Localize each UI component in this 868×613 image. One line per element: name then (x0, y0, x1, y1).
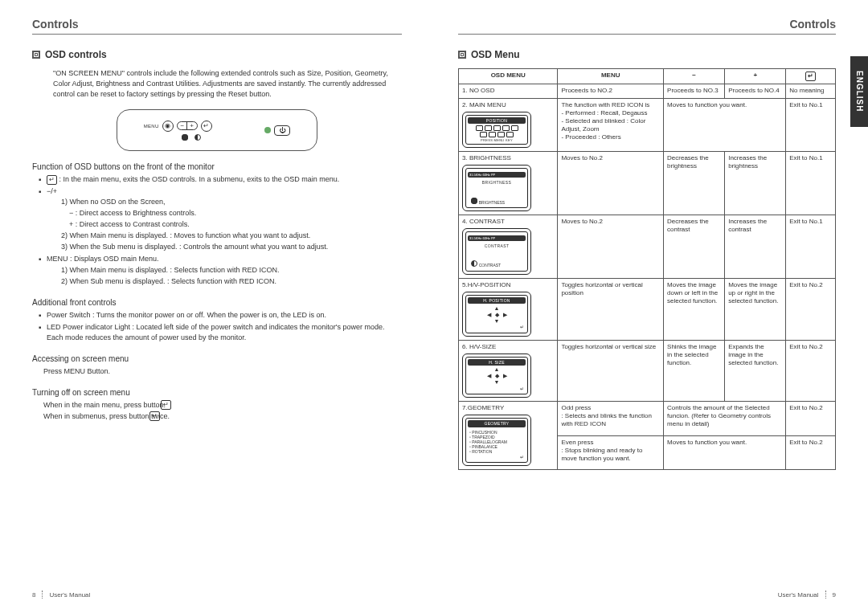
plus-cell: Moves the image up or right in the selec… (725, 278, 786, 340)
square-icon (32, 51, 40, 59)
enter-button-icon: ↵ (201, 121, 212, 132)
menu-cell: Moves to No.2 (558, 152, 664, 215)
left-page-number: 8 (32, 591, 35, 599)
osd-controls-heading-text: OSD controls (45, 49, 107, 60)
left-footer-text: User's Manual (49, 591, 90, 599)
exit-cell: Exit to No.2 (786, 278, 836, 340)
exit-cell: Exit to No.2 (786, 435, 836, 469)
running-head-right: Controls (458, 18, 836, 35)
table-row: 2. MAIN MENU POSITION PRESS MENU KEY The… (459, 99, 836, 152)
osd-menu-table: OSD MENU MENU − + ↵ 1. NO OSDProceeds to… (458, 68, 836, 470)
power-button-icon: ⏻ (274, 125, 290, 136)
osd-cell: 3. BRIGHTNESS 31.5KHz 60Hz PP BRIGHTNESS… (459, 152, 558, 215)
pm-line-1a: − : Direct access to Brightness controls… (61, 208, 402, 219)
minus-cell: Decreases the brightness (664, 152, 725, 215)
language-tab: ENGLISH (850, 56, 868, 127)
osd-cell: 6. H/V-SIZE H. SIZE ▲ ◀◆▶ ▼ ↵ (459, 340, 558, 402)
osd-menu-heading-text: OSD Menu (471, 49, 520, 60)
enter-icon: ↵ (805, 72, 816, 81)
pm-line-2: 2) When Main menu is displayed. : Moves … (61, 231, 402, 241)
menu-bullet-head: MENU : Displays OSD main Menu. (47, 255, 159, 263)
brightness-figure: 31.5KHz 60Hz PP BRIGHTNESS BRIGHTNESS (462, 165, 531, 211)
th-menu: MENU (558, 69, 664, 84)
position-figure: H. SIZE ▲ ◀◆▶ ▼ ↵ (462, 353, 531, 398)
plus-minus-bullet: −/+ 1) When no OSD on the Screen, − : Di… (39, 186, 402, 252)
turning-off-line-2: When in submenus, press button twice.↵ (43, 411, 402, 422)
geometry-figure: GEOMETRY ▫ PINCUSHION▫ TRAPEZOID▫ PARALL… (462, 415, 531, 466)
osd-cell: 7.GEOMETRY GEOMETRY ▫ PINCUSHION▫ TRAPEZ… (459, 402, 558, 470)
exit-cell: Exit to No.1 (786, 152, 836, 215)
left-footer: 8 User's Manual (32, 591, 90, 599)
menu-button-label: MENU (144, 124, 159, 129)
th-plus: + (725, 69, 786, 84)
exit-cell: Exit to No.2 (786, 402, 836, 435)
minus-cell: Proceeds to NO.3 (664, 84, 725, 99)
plus-cell: Proceeds to NO.4 (725, 84, 786, 99)
main-menu-figure: POSITION PRESS MENU KEY (462, 112, 531, 148)
osd-cell: 2. MAIN MENU POSITION PRESS MENU KEY (459, 99, 558, 152)
osd-cell: 5.H/V-POSITION H. POSITION ▲ ◀◆▶ ▼ ↵ (459, 278, 558, 340)
exit-cell: No meaning (786, 84, 836, 99)
power-switch-bullet: Power Switch : Turns the monitor power o… (39, 310, 402, 321)
minus-plus-cell: Moves to function you want. (664, 435, 786, 469)
table-row: 6. H/V-SIZE H. SIZE ▲ ◀◆▶ ▼ ↵ Toggles ho… (459, 340, 836, 402)
enter-icon: ↵ (47, 175, 57, 185)
turning-off-line-1: When in the main menu, press button.↵ (43, 400, 402, 411)
running-head-left: Controls (32, 18, 402, 35)
menu-line-1: 1) When Main menu is displayed. : Select… (61, 265, 402, 276)
intro-paragraph: "ON SCREEN MENU" controls include the fo… (32, 68, 402, 100)
osd-cell: 4. CONTRAST 31.5KHz 60Hz PP CONTRAST CON… (459, 215, 558, 279)
table-row: 4. CONTRAST 31.5KHz 60Hz PP CONTRAST CON… (459, 215, 836, 279)
menu-cell: Toggles horizontal or vertical position (558, 278, 664, 340)
enter-icon: ↵ (149, 411, 160, 421)
front-button-panel-figure: MENU ◉ −+ ↵ ⏻ (117, 109, 317, 151)
th-osd-menu: OSD MENU (459, 69, 558, 84)
right-footer: User's Manual 9 (778, 591, 836, 599)
exit-cell: Exit to No.2 (786, 340, 836, 402)
th-enter: ↵ (786, 69, 836, 84)
table-row: 3. BRIGHTNESS 31.5KHz 60Hz PP BRIGHTNESS… (459, 152, 836, 215)
right-page-number: 9 (833, 591, 836, 599)
position-figure: H. POSITION ▲ ◀◆▶ ▼ ↵ (462, 292, 531, 337)
brightness-icon (182, 134, 188, 141)
right-page: Controls ENGLISH OSD Menu OSD MENU MENU … (434, 0, 868, 613)
power-led-icon (264, 127, 271, 133)
exit-cell: Exit to No.1 (786, 215, 836, 279)
function-bullets: ↵ : In the main menu, exits the OSD cont… (32, 174, 402, 286)
exit-cell: Exit to No.1 (786, 99, 836, 152)
menu-cell: Even press: Stops blinking and ready to … (558, 435, 664, 469)
menu-button-icon: ◉ (162, 121, 174, 132)
minus-plus-cell: Moves to function you want. (664, 99, 786, 152)
square-icon (458, 51, 466, 59)
plus-cell: Increases the brightness (725, 152, 786, 215)
function-of-buttons-heading: Function of OSD buttons on the front of … (32, 162, 402, 171)
enter-icon: ↵ (161, 400, 171, 410)
th-minus: − (664, 69, 725, 84)
plus-minus-label: −/+ (47, 187, 57, 195)
osd-cell: 1. NO OSD (459, 84, 558, 99)
plus-cell: Increases the contrast (725, 215, 786, 279)
menu-line-2: 2) When Sub menu is displayed. : Selects… (61, 276, 402, 287)
minus-plus-cell: Controls the amount of the Selected func… (664, 402, 786, 435)
minus-cell: Decreases the contrast (664, 215, 725, 279)
pm-line-1: 1) When no OSD on the Screen, (61, 197, 402, 207)
pm-line-3: 3) When the Sub menu is displayed. : Con… (61, 242, 402, 252)
table-row: 5.H/V-POSITION H. POSITION ▲ ◀◆▶ ▼ ↵ Tog… (459, 278, 836, 340)
menu-cell: Moves to No.2 (558, 215, 664, 279)
menu-cell: Proceeds to NO.2 (558, 84, 664, 99)
enter-bullet: ↵ : In the main menu, exits the OSD cont… (39, 174, 402, 185)
right-footer-text: User's Manual (778, 591, 819, 599)
enter-bullet-text: : In the main menu, exits the OSD contro… (59, 175, 340, 183)
minus-cell: Shinks the image in the selected functio… (664, 340, 725, 402)
menu-cell: Toggles horizontal or vertical size (558, 340, 664, 402)
accessing-menu-text: Press MENU Button. (32, 366, 402, 377)
table-row: 1. NO OSDProceeds to NO.2 Proceeds to NO… (459, 84, 836, 99)
led-indicator-bullet: LED Power indicator Light : Located left… (39, 322, 402, 343)
menu-cell: Odd press: Selects and blinks the functi… (558, 402, 664, 435)
table-row: 7.GEOMETRY GEOMETRY ▫ PINCUSHION▫ TRAPEZ… (459, 402, 836, 435)
menu-bullet: MENU : Displays OSD main Menu. 1) When M… (39, 254, 402, 286)
pm-line-1b: + : Direct access to Contrast controls. (61, 219, 402, 230)
osd-controls-heading: OSD controls (32, 49, 402, 60)
contrast-icon (194, 134, 201, 141)
table-header-row: OSD MENU MENU − + ↵ (459, 69, 836, 84)
